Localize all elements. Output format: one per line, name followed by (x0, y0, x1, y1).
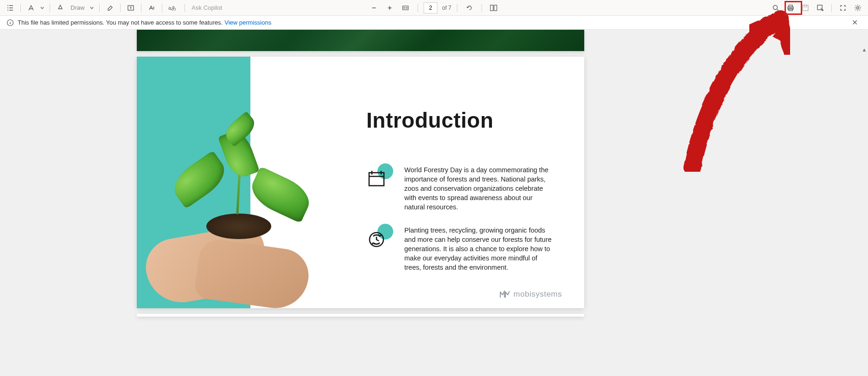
separator (831, 4, 832, 12)
rotate-icon[interactable] (463, 1, 476, 14)
svg-rect-3 (491, 5, 493, 11)
main-toolbar: Draw aあ Ask Copilot of 7 (0, 0, 868, 16)
slide-introduction: Introduction World Forestry Day is a day… (137, 57, 584, 308)
fit-width-icon[interactable] (399, 1, 412, 14)
recycle-icon (366, 226, 391, 251)
copilot-input[interactable]: Ask Copilot (189, 4, 225, 11)
zoom-out-icon[interactable] (367, 1, 380, 14)
svg-rect-14 (369, 173, 384, 186)
view-permissions-link[interactable]: View permissions (224, 19, 271, 26)
svg-text:aあ: aあ (168, 5, 176, 11)
calendar-icon (366, 165, 391, 190)
settings-icon[interactable] (851, 1, 864, 14)
separator (120, 4, 121, 12)
page-stack: Introduction World Forestry Day is a day… (137, 30, 584, 317)
separator (457, 4, 458, 12)
contents-icon[interactable] (4, 1, 17, 14)
textbox-icon[interactable] (124, 1, 137, 14)
search-icon[interactable] (769, 1, 782, 14)
slide-left-panel (137, 57, 250, 308)
separator (20, 4, 21, 12)
separator (185, 4, 185, 12)
page-view-icon[interactable] (488, 1, 501, 14)
scroll-up-icon[interactable]: ▲ (861, 46, 868, 53)
svg-rect-9 (803, 5, 808, 11)
info-icon (6, 19, 14, 26)
separator (417, 4, 418, 12)
toolbar-left-group: Draw aあ Ask Copilot (4, 1, 225, 14)
page-number-input[interactable] (423, 2, 437, 13)
svg-rect-4 (494, 5, 497, 11)
mobisystems-logo-icon (499, 290, 510, 298)
draw-icon[interactable] (54, 1, 67, 14)
svg-point-12 (857, 6, 859, 9)
info-text-1: World Forestry Day is a day commemoratin… (404, 165, 553, 212)
info-row-2: Planting trees, recycling, growing organ… (366, 226, 556, 272)
highlight-icon[interactable] (25, 1, 38, 14)
highlight-chevron-icon[interactable] (38, 1, 46, 14)
draw-chevron-icon[interactable] (88, 1, 96, 14)
slide-title: Introduction (366, 108, 556, 133)
separator (99, 4, 100, 12)
brand-name: mobisystems (513, 290, 562, 299)
toolbar-center-group: of 7 (367, 1, 500, 14)
draw-label[interactable]: Draw (68, 4, 87, 11)
separator (50, 4, 50, 12)
separator (162, 4, 162, 12)
document-viewport[interactable]: ▲ Introduction (0, 30, 868, 376)
toolbar-right-group (769, 1, 864, 14)
svg-point-5 (773, 5, 778, 9)
info-text-2: Planting trees, recycling, growing organ… (404, 226, 553, 272)
previous-slide-remnant (137, 30, 584, 51)
fullscreen-icon[interactable] (836, 1, 849, 14)
zoom-in-icon[interactable] (383, 1, 396, 14)
permissions-message: This file has limited permissions. You m… (18, 19, 223, 26)
erase-icon[interactable] (103, 1, 116, 14)
separator (482, 4, 482, 12)
save-as-icon[interactable] (814, 1, 827, 14)
permissions-bar: This file has limited permissions. You m… (0, 16, 868, 30)
info-row-1: World Forestry Day is a day commemoratin… (366, 165, 556, 212)
annotation-highlight-box (785, 1, 802, 15)
brand-footer: mobisystems (499, 290, 562, 299)
separator (141, 4, 141, 12)
page-total-label: of 7 (442, 5, 451, 11)
close-bar-icon[interactable]: ✕ (848, 16, 862, 29)
translate-icon[interactable]: aあ (166, 1, 181, 14)
slide-content: Introduction World Forestry Day is a day… (250, 57, 584, 308)
read-aloud-icon[interactable] (145, 1, 158, 14)
